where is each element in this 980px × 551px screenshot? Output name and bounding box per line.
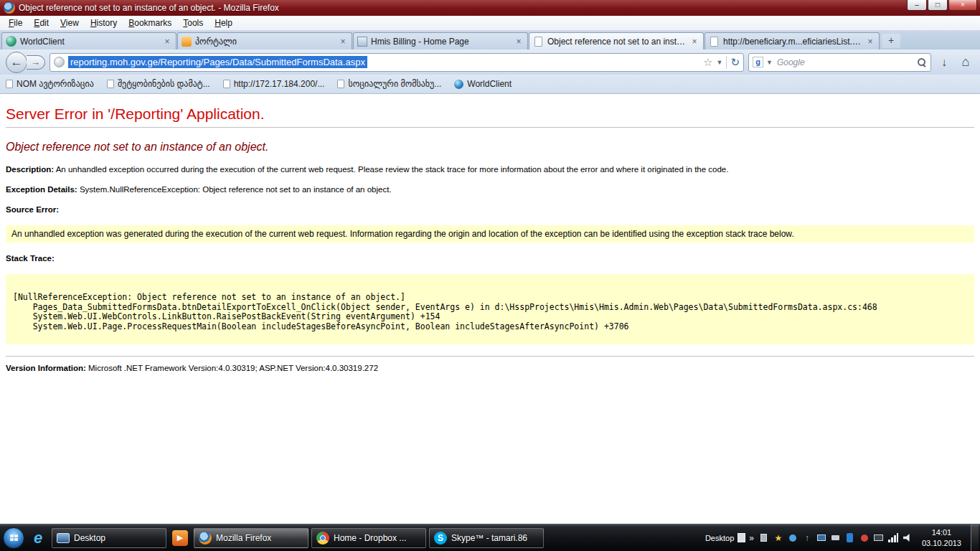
description-text: An unhandled exception occurred during t…: [56, 165, 729, 174]
downloads-icon[interactable]: ↓: [936, 56, 953, 69]
reload-icon[interactable]: ↻: [730, 56, 740, 69]
engine-dropdown-icon[interactable]: ▼: [766, 59, 773, 66]
taskbar-button-dropbox[interactable]: Home - Dropbox ...: [311, 528, 426, 548]
tab-beneficiary[interactable]: http://beneficiary.m...eficiariesList.as…: [705, 32, 880, 50]
chrome-icon: [316, 532, 329, 545]
tab-bar: WorldClient × პორტალი × Hmis Billing - H…: [0, 31, 980, 50]
messenger-tray-icon[interactable]: [859, 533, 870, 543]
menu-bar: File Edit View History Bookmarks Tools H…: [0, 16, 980, 31]
minimize-button[interactable]: –: [907, 0, 927, 11]
taskbar: e Desktop ▶ Mozilla Firefox Home - Dropb…: [0, 524, 980, 551]
desktop-toolbar-label: Desktop: [705, 534, 734, 542]
bookmark-label: სოციალური მომსახუ...: [348, 79, 441, 89]
keyboard-tray-icon[interactable]: [874, 533, 884, 543]
worldclient-favicon: [454, 80, 463, 89]
taskbar-button-desktop[interactable]: Desktop: [52, 528, 166, 548]
internet-explorer-icon[interactable]: e: [27, 527, 49, 549]
star-tray-icon[interactable]: ★: [773, 533, 783, 543]
bookmarks-bar: NOM ავტორიზაცია შეტყობინების დამატ... ht…: [0, 75, 980, 94]
maximize-button[interactable]: □: [928, 0, 948, 11]
urlbar-dropdown-icon[interactable]: ▼: [717, 59, 723, 66]
stack-line: Pages_Data_SubmittedFormsData.btnDetailE…: [13, 303, 967, 313]
version-label: Version Information:: [6, 364, 86, 372]
tab-portal[interactable]: პორტალი ×: [177, 32, 352, 50]
search-input[interactable]: [776, 57, 914, 68]
stack-line: System.Web.UI.WebControls.LinkButton.Rai…: [13, 312, 967, 322]
tab-close-icon[interactable]: ×: [338, 37, 348, 47]
ie-glyph: e: [34, 529, 42, 547]
bookmark-star-icon[interactable]: ☆: [703, 56, 712, 69]
firefox-app-icon: [4, 2, 15, 14]
tab-hmis-billing[interactable]: Hmis Billing - Home Page ×: [353, 32, 528, 50]
back-button[interactable]: ←: [6, 52, 27, 73]
tab-close-icon[interactable]: ×: [865, 37, 875, 47]
source-error-text: An unhandled exception was generated dur…: [11, 229, 794, 239]
clipboard-tray-icon[interactable]: [759, 533, 769, 543]
firefox-window: Object reference not set to an instance …: [0, 0, 980, 551]
description-row: Description: An unhandled exception occu…: [6, 165, 974, 174]
media-player-icon[interactable]: ▶: [169, 527, 191, 549]
desktop-toolbar[interactable]: Desktop »: [705, 533, 754, 543]
source-error-box: An unhandled exception was generated dur…: [6, 225, 974, 242]
network-tray-icon[interactable]: [888, 533, 898, 543]
search-box[interactable]: g ▼: [748, 53, 931, 72]
divider: [6, 127, 974, 128]
menu-edit[interactable]: Edit: [28, 17, 55, 29]
url-bar[interactable]: reporting.moh.gov.ge/Reporting/Pages/Dat…: [50, 53, 744, 72]
bookmark-favicon: [6, 80, 13, 88]
version-text: Microsoft .NET Framework Version:4.0.303…: [88, 364, 378, 372]
update-tray-icon[interactable]: ↑: [802, 533, 812, 543]
chevron-expand-icon[interactable]: »: [749, 533, 754, 543]
tab-label: http://beneficiary.m...eficiariesList.as…: [723, 37, 862, 47]
tab-close-icon[interactable]: ×: [162, 37, 172, 47]
page-favicon: [534, 37, 542, 47]
stack-trace-label: Stack Trace:: [6, 254, 55, 263]
bookmark-label: NOM ავტორიზაცია: [17, 79, 94, 89]
taskbar-button-skype[interactable]: S Skype™ - tamari.86: [429, 528, 544, 548]
menu-view[interactable]: View: [55, 17, 85, 29]
divider: [6, 356, 974, 357]
bookmark-worldclient[interactable]: WorldClient: [454, 79, 512, 89]
bookmark-ip-address[interactable]: http://172.17.184.200/...: [223, 79, 325, 89]
search-icon[interactable]: [917, 57, 927, 67]
start-button[interactable]: [3, 527, 24, 549]
bookmark-notifications[interactable]: შეტყობინების დამატ...: [107, 79, 210, 89]
new-tab-button[interactable]: +: [882, 34, 900, 48]
bookmark-label: http://172.17.184.200/...: [234, 79, 325, 89]
forward-button[interactable]: →: [27, 55, 45, 70]
users-tray-icon[interactable]: [788, 533, 798, 543]
navigation-bar: ← → reporting.moh.gov.ge/Reporting/Pages…: [0, 50, 980, 75]
menu-file[interactable]: File: [3, 17, 28, 29]
menu-tools[interactable]: Tools: [177, 17, 209, 29]
tab-label: Object reference not set to an instanc..…: [547, 37, 686, 47]
play-icon: ▶: [172, 530, 188, 546]
tab-worldclient[interactable]: WorldClient ×: [1, 32, 176, 50]
volume-tray-icon[interactable]: [903, 533, 913, 543]
tab-error-page-active[interactable]: Object reference not set to an instanc..…: [529, 32, 704, 50]
bookmark-social-service[interactable]: სოციალური მომსახუ...: [337, 79, 441, 89]
menu-bookmarks[interactable]: Bookmarks: [123, 17, 177, 29]
description-label: Description:: [6, 165, 54, 174]
tray-icons: ★ ↑: [759, 533, 913, 543]
bookmark-nom[interactable]: NOM ავტორიზაცია: [6, 79, 94, 89]
site-identity-icon[interactable]: [54, 57, 65, 67]
clock[interactable]: 14:01 03.10.2013: [922, 527, 961, 548]
menu-help[interactable]: Help: [209, 17, 238, 29]
windows-flag-icon: [10, 534, 18, 541]
source-error-label: Source Error:: [6, 205, 59, 214]
home-icon[interactable]: ⌂: [957, 55, 974, 70]
display-tray-icon[interactable]: [816, 533, 826, 543]
taskbar-button-firefox[interactable]: Mozilla Firefox: [194, 528, 308, 548]
menu-history[interactable]: History: [85, 17, 123, 29]
show-desktop-button[interactable]: [971, 524, 979, 551]
bookmark-label: შეტყობინების დამატ...: [118, 79, 210, 89]
window-titlebar[interactable]: Object reference not set to an instance …: [0, 0, 980, 16]
tab-close-icon[interactable]: ×: [514, 37, 524, 47]
close-button[interactable]: ×: [948, 0, 977, 11]
google-engine-icon[interactable]: g: [753, 57, 763, 67]
bluetooth-tray-icon[interactable]: [845, 533, 855, 543]
usb-tray-icon[interactable]: [831, 533, 841, 543]
tab-close-icon[interactable]: ×: [689, 37, 699, 47]
desktop-toolbar-icon: [738, 533, 745, 542]
page-favicon: [710, 37, 718, 47]
